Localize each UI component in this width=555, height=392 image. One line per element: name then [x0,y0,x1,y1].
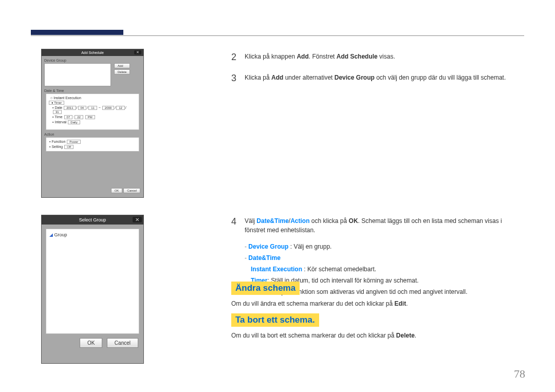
time-m[interactable]: 22 [75,115,83,119]
step-number: 4 [231,215,245,235]
time-h[interactable]: 07 [64,115,73,119]
step-number: 3 [231,71,245,85]
dialog-title: Add Schedule [81,51,104,54]
add-button[interactable]: Add [114,63,130,68]
device-group-list[interactable] [44,63,111,86]
dialog-title: Select Group [79,217,106,222]
instant-exec-radio[interactable]: Instant Execution [50,96,135,100]
date-year2[interactable]: 2099 [102,106,114,110]
section-heading: Ändra schema [231,282,300,295]
timer-radio[interactable]: Timer [49,101,64,105]
step-text: Välj Date&Time/Action och klicka på OK. … [245,215,524,235]
section-body: Om du vill ta bort ett schema markerar d… [231,332,524,339]
interval-row-label: ▪ Interval [52,120,66,124]
section-delete-schema: Ta bort ett schema. Om du vill ta bort e… [231,313,524,339]
sub-datetime: Date&Time [245,253,524,263]
close-icon[interactable]: ✕ [133,217,142,222]
tree-expand-icon[interactable]: ◢ [49,232,53,237]
date-row-label: ▪ Date [52,106,62,109]
screenshot-select-group: Select Group ✕ ◢ Group OK Cancel [41,215,144,364]
header-rule [31,35,524,36]
dialog-titlebar: Select Group ✕ [42,215,143,225]
group-item[interactable]: Group [54,232,67,237]
sub-instant-exec: Instant Execution : Kör schemat omedelba… [251,265,524,274]
sub-device-group: Device Group : Välj en grupp. [245,242,524,251]
close-icon[interactable]: ✕ [134,50,141,54]
device-group-label: Device Group [44,59,141,62]
setting-row-label: ▪ Setting [49,145,63,148]
screenshot-add-schedule: Add Schedule ✕ Device Group Add Delete D… [41,49,144,198]
date-day1[interactable]: 11 [88,106,97,110]
ok-button[interactable]: OK [111,188,123,193]
section-body: Om du vill ändra ett schema markerar du … [231,300,524,307]
step-3: 3 Klicka på Add under alternativet Devic… [231,71,524,85]
cancel-button[interactable]: Cancel [107,338,138,348]
step-text: Klicka på knappen Add. Fönstret Add Sche… [245,50,524,64]
datetime-label: Date & Time [44,89,141,92]
group-tree[interactable]: ◢ Group [46,229,139,334]
time-row-label: ▪ Time [52,115,63,119]
header-accent-bar [31,30,123,35]
step-text: Klicka på Add under alternativet Device … [245,71,524,85]
function-row-label: ▪ Function [49,140,65,143]
date-mon2[interactable]: 12 [116,106,125,110]
date-year1[interactable]: 2011 [64,106,76,110]
ok-button[interactable]: OK [80,338,102,348]
date-mon1[interactable]: 04 [78,106,87,110]
delete-button[interactable]: Delete [114,69,130,74]
function-select[interactable]: Power [67,140,81,144]
dialog-titlebar: Add Schedule ✕ [42,49,143,56]
action-label: Action [44,133,141,136]
interval-select[interactable]: Daily [68,120,80,124]
cancel-button[interactable]: Cancel [123,188,140,193]
time-ampm[interactable]: PM [85,115,95,119]
page-number: 78 [514,367,525,381]
section-edit-schema: Ändra schema Om du vill ändra ett schema… [231,282,524,307]
step-2-3-block: 2 Klicka på knappen Add. Fönstret Add Sc… [231,50,524,92]
step-number: 2 [231,50,245,64]
step-4: 4 Välj Date&Time/Action och klicka på OK… [231,215,524,235]
setting-select[interactable]: Off [64,145,73,149]
date-day2[interactable]: 31 [53,110,62,114]
step-2: 2 Klicka på knappen Add. Fönstret Add Sc… [231,50,524,64]
section-heading: Ta bort ett schema. [231,313,319,327]
